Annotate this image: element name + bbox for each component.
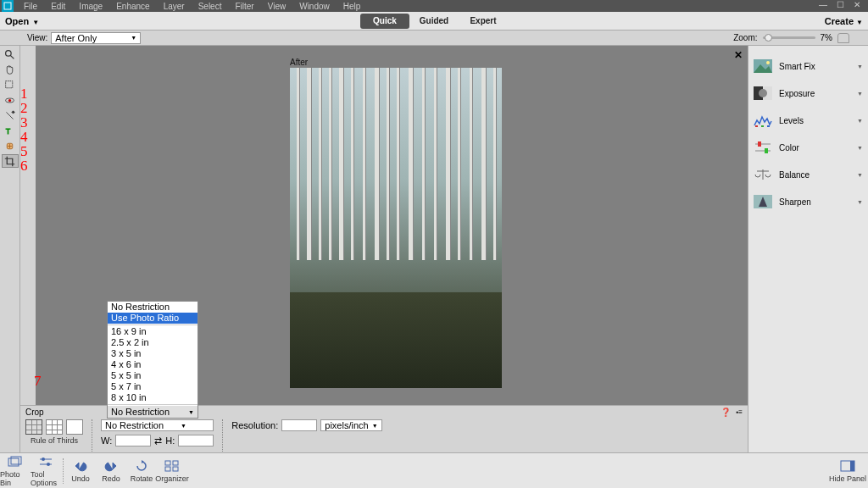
- minimize-button[interactable]: —: [817, 1, 829, 11]
- tooloptions-button[interactable]: Tool Options: [31, 454, 61, 488]
- smartfix-icon: [754, 58, 772, 74]
- menu-file[interactable]: File: [17, 2, 44, 11]
- svg-rect-18: [767, 125, 770, 127]
- hand-tool[interactable]: [2, 63, 19, 76]
- cloud-icon[interactable]: [837, 33, 849, 43]
- menu-layer[interactable]: Layer: [157, 2, 192, 11]
- preset-16x9[interactable]: 16 x 9 in: [108, 326, 198, 337]
- menu-view[interactable]: View: [261, 2, 293, 11]
- overlay-thirds[interactable]: [25, 419, 42, 435]
- help-icon[interactable]: ❓: [721, 408, 731, 417]
- svg-rect-3: [6, 80, 13, 87]
- footbar: Photo Bin Tool Options Undo Redo Rotate …: [0, 452, 868, 488]
- whiten-tool[interactable]: [2, 108, 19, 122]
- preset-8x10[interactable]: 8 x 10 in: [108, 392, 198, 403]
- svg-rect-21: [758, 141, 761, 147]
- healing-tool[interactable]: [2, 139, 19, 152]
- view-label: View:: [27, 33, 47, 42]
- menu-window[interactable]: Window: [292, 2, 337, 11]
- annotation-column: 1 2 3 4 5 6: [20, 46, 36, 452]
- options-title: Crop: [25, 408, 44, 417]
- rotate-icon: [134, 458, 149, 474]
- preset-3x5[interactable]: 3 x 5 in: [108, 348, 198, 359]
- swap-icon[interactable]: ⇄: [154, 435, 162, 446]
- menu-filter[interactable]: Filter: [228, 2, 260, 11]
- adj-balance[interactable]: Balance▼: [748, 161, 868, 188]
- svg-rect-28: [11, 457, 21, 464]
- tooloptions-icon: [38, 454, 53, 469]
- balance-icon: [754, 167, 772, 182]
- preset-4x6[interactable]: 4 x 6 in: [108, 359, 198, 370]
- svg-text:T: T: [6, 126, 11, 135]
- rotate-button[interactable]: Rotate: [126, 454, 157, 488]
- menu-edit[interactable]: Edit: [44, 2, 72, 11]
- crop-tool[interactable]: [2, 154, 19, 168]
- zoom-slider[interactable]: [763, 36, 815, 39]
- height-input[interactable]: [178, 435, 214, 446]
- svg-rect-0: [4, 3, 11, 9]
- aspect-dropdown[interactable]: No Restriction▼: [101, 419, 214, 431]
- width-input[interactable]: [115, 435, 151, 446]
- menu-image[interactable]: Image: [72, 2, 109, 11]
- adj-smartfix[interactable]: Smart Fix▼: [748, 53, 868, 80]
- adj-sharpen[interactable]: Sharpen▼: [748, 188, 868, 215]
- adj-color[interactable]: Color▼: [748, 134, 868, 161]
- menu-enhance[interactable]: Enhance: [109, 2, 156, 11]
- overlay-none[interactable]: [66, 419, 83, 435]
- close-document-button[interactable]: ✕: [734, 49, 743, 61]
- svg-rect-34: [165, 461, 170, 465]
- svg-point-31: [42, 458, 45, 461]
- viewbar: View: After Only▼ Zoom: 7%: [0, 30, 868, 46]
- undo-icon: [73, 458, 88, 474]
- annotation-4: 4: [20, 130, 36, 144]
- menubar: File Edit Image Enhance Layer Select Fil…: [0, 0, 868, 12]
- preset-5x7[interactable]: 5 x 7 in: [108, 381, 198, 392]
- menu-select[interactable]: Select: [192, 2, 229, 11]
- undo-button[interactable]: Undo: [65, 454, 96, 488]
- tab-guided[interactable]: Guided: [409, 14, 459, 29]
- preset-use-photo-ratio[interactable]: Use Photo Ratio: [108, 313, 198, 324]
- maximize-button[interactable]: ☐: [834, 1, 846, 11]
- zoom-value: 7%: [821, 33, 832, 42]
- svg-line-2: [10, 55, 14, 58]
- adj-levels[interactable]: Levels▼: [748, 107, 868, 134]
- crop-preset-popup: No Restriction Use Photo Ratio 16 x 9 in…: [107, 301, 198, 419]
- overlay-grid[interactable]: [46, 419, 63, 435]
- annotation-3: 3: [20, 115, 36, 130]
- after-label: After: [290, 58, 308, 67]
- width-label: W:: [101, 435, 112, 446]
- redeye-tool[interactable]: [2, 93, 19, 107]
- adjustments-panel: Smart Fix▼ Exposure▼ Levels▼ Color▼ Bala…: [748, 46, 868, 452]
- text-tool[interactable]: T: [2, 124, 19, 137]
- tab-quick[interactable]: Quick: [360, 14, 409, 29]
- open-button[interactable]: Open▼: [0, 16, 46, 26]
- annotation-1: 1: [20, 86, 36, 101]
- preset-selected-display[interactable]: No Restriction▼: [108, 406, 198, 418]
- redo-button[interactable]: Redo: [96, 454, 126, 488]
- organizer-button[interactable]: Organizer: [157, 454, 187, 488]
- sharpen-icon: [754, 194, 772, 209]
- options-menu-icon[interactable]: ▪≡: [736, 408, 743, 416]
- adj-exposure[interactable]: Exposure▼: [748, 80, 868, 107]
- preset-5x5[interactable]: 5 x 5 in: [108, 370, 198, 381]
- selection-tool[interactable]: [2, 78, 19, 92]
- svg-point-12: [766, 61, 770, 64]
- tab-expert[interactable]: Expert: [459, 14, 508, 29]
- photobin-button[interactable]: Photo Bin: [0, 454, 31, 488]
- menu-help[interactable]: Help: [337, 2, 368, 11]
- view-dropdown[interactable]: After Only▼: [51, 32, 141, 44]
- close-button[interactable]: ✕: [851, 1, 863, 11]
- svg-rect-27: [8, 458, 19, 466]
- resolution-unit-dropdown[interactable]: pixels/inch▼: [320, 419, 381, 431]
- preset-no-restriction[interactable]: No Restriction: [108, 302, 198, 313]
- app-logo: [2, 0, 14, 12]
- height-label: H:: [165, 435, 175, 446]
- zoom-tool[interactable]: [2, 47, 19, 61]
- create-button[interactable]: Create ▼: [825, 16, 863, 26]
- hidepanel-button[interactable]: Hide Panel: [827, 454, 868, 488]
- resolution-input[interactable]: [281, 419, 317, 431]
- preset-2-5x2[interactable]: 2.5 x 2 in: [108, 337, 198, 348]
- image-preview: [290, 68, 502, 388]
- svg-point-32: [47, 463, 50, 466]
- levels-icon: [754, 113, 772, 128]
